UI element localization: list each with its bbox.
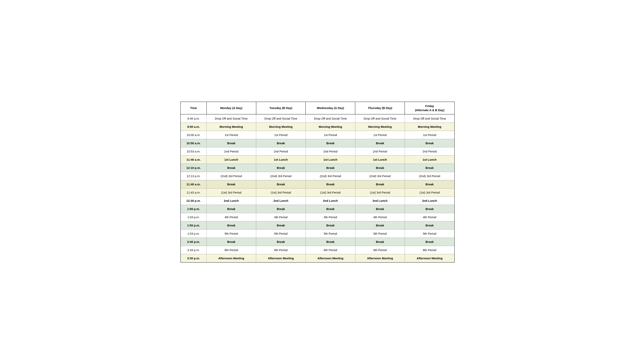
friday-cell: Break — [405, 205, 455, 213]
tuesday-cell: Morning Meeting — [256, 122, 306, 131]
time-cell: 2:40 p.m. — [180, 238, 206, 246]
friday-cell: 5th Period — [405, 229, 455, 238]
tuesday-cell: 2nd Period — [256, 147, 306, 156]
tuesday-cell: Break — [256, 139, 306, 147]
time-cell: 2:43 p.m. — [180, 246, 206, 254]
thursday-cell: 5th Period — [355, 229, 405, 238]
thursday-cell: Break — [355, 164, 405, 172]
table-row: 10:53 a.m.2nd Period2nd Period2nd Period… — [180, 147, 455, 156]
friday-cell: 6th Period — [405, 246, 455, 254]
tuesday-cell: Break — [256, 238, 306, 246]
tuesday-cell: 4th Period — [256, 213, 306, 221]
thursday-cell: Afternoon Meeting — [355, 254, 405, 262]
table-row: 10:00 a.m.1st Period1st Period1st Period… — [180, 131, 455, 139]
monday-cell: Break — [206, 139, 256, 147]
tuesday-cell: 1st Lunch — [256, 156, 306, 164]
time-cell: 10:50 a.m. — [180, 139, 206, 147]
table-row: 12:13 p.m.(2nd) 3rd Period(2nd) 3rd Peri… — [180, 172, 455, 180]
wednesday-cell: 4th Period — [306, 213, 355, 221]
friday-cell: Break — [405, 164, 455, 172]
table-row: 10:50 a.m.BreakBreakBreakBreakBreak — [180, 139, 455, 147]
monday-cell: 4th Period — [206, 213, 256, 221]
header-friday: Friday(Alternate A & B Day) — [405, 102, 455, 114]
friday-cell: 1st Period — [405, 131, 455, 139]
table-row: 1:03 p.m.4th Period4th Period4th Period4… — [180, 213, 455, 221]
wednesday-cell: Break — [306, 205, 355, 213]
thursday-cell: (2nd) 3rd Period — [355, 172, 405, 180]
header-wednesday: Wednesday (A Day) — [306, 102, 355, 114]
friday-cell: Morning Meeting — [405, 122, 455, 131]
schedule-table-container: Time Monday (A Day) Tuesday (B Day) Wedn… — [180, 102, 455, 263]
tuesday-cell: Break — [256, 205, 306, 213]
table-row: 1:53 p.m.5th Period5th Period5th Period5… — [180, 229, 455, 238]
wednesday-cell: Break — [306, 164, 355, 172]
friday-cell: Break — [405, 221, 455, 229]
wednesday-cell: 1st Period — [306, 131, 355, 139]
time-cell: 12:10 p.m. — [180, 164, 206, 172]
thursday-cell: Break — [355, 180, 405, 188]
table-row: 2:40 p.m.BreakBreakBreakBreakBreak — [180, 238, 455, 246]
thursday-cell: 1st Lunch — [355, 156, 405, 164]
time-cell: 11:43 a.m. — [180, 188, 206, 196]
wednesday-cell: 6th Period — [306, 246, 355, 254]
friday-cell: 2nd Period — [405, 147, 455, 156]
wednesday-cell: Break — [306, 180, 355, 188]
tuesday-cell: Afternoon Meeting — [256, 254, 306, 262]
tuesday-cell: 6th Period — [256, 246, 306, 254]
friday-cell: (2nd) 3rd Period — [405, 172, 455, 180]
thursday-cell: Break — [355, 139, 405, 147]
tuesday-cell: Break — [256, 221, 306, 229]
monday-cell: Morning Meeting — [206, 122, 256, 131]
table-row: 12:30 p.m.2nd Lunch2nd Lunch2nd Lunch2nd… — [180, 196, 455, 205]
time-cell: 3:30 p.m. — [180, 254, 206, 262]
wednesday-cell: 5th Period — [306, 229, 355, 238]
thursday-cell: (1st) 3rd Period — [355, 188, 405, 196]
header-monday: Monday (A Day) — [206, 102, 256, 114]
thursday-cell: Drop Off and Social Time — [355, 114, 405, 123]
header-tuesday: Tuesday (B Day) — [256, 102, 306, 114]
time-cell: 11:40 a.m. — [180, 180, 206, 188]
wednesday-cell: 1st Lunch — [306, 156, 355, 164]
time-cell: 12:13 p.m. — [180, 172, 206, 180]
tuesday-cell: (1st) 3rd Period — [256, 188, 306, 196]
monday-cell: Break — [206, 205, 256, 213]
wednesday-cell: (1st) 3rd Period — [306, 188, 355, 196]
tuesday-cell: Break — [256, 164, 306, 172]
header-thursday: Thursday (B Day) — [355, 102, 405, 114]
time-cell: 10:53 a.m. — [180, 147, 206, 156]
friday-cell: 2nd Lunch — [405, 196, 455, 205]
wednesday-cell: Afternoon Meeting — [306, 254, 355, 262]
tuesday-cell: Drop Off and Social Time — [256, 114, 306, 123]
thursday-cell: Break — [355, 238, 405, 246]
thursday-cell: 2nd Lunch — [355, 196, 405, 205]
tuesday-cell: Break — [256, 180, 306, 188]
wednesday-cell: (2nd) 3rd Period — [306, 172, 355, 180]
friday-cell: Afternoon Meeting — [405, 254, 455, 262]
friday-cell: Break — [405, 180, 455, 188]
wednesday-cell: Break — [306, 139, 355, 147]
time-cell: 10:00 a.m. — [180, 131, 206, 139]
time-cell: 1:00 p.m. — [180, 205, 206, 213]
monday-cell: 5th Period — [206, 229, 256, 238]
monday-cell: Drop Off and Social Time — [206, 114, 256, 123]
wednesday-cell: 2nd Lunch — [306, 196, 355, 205]
table-row: 11:43 a.m.(1st) 3rd Period(1st) 3rd Peri… — [180, 188, 455, 196]
monday-cell: Break — [206, 164, 256, 172]
thursday-cell: 6th Period — [355, 246, 405, 254]
table-row: 9:50 a.m.Morning MeetingMorning MeetingM… — [180, 122, 455, 131]
thursday-cell: Break — [355, 205, 405, 213]
friday-cell: 4th Period — [405, 213, 455, 221]
table-row: 3:30 p.m.Afternoon MeetingAfternoon Meet… — [180, 254, 455, 262]
time-cell: 12:30 p.m. — [180, 196, 206, 205]
thursday-cell: Morning Meeting — [355, 122, 405, 131]
thursday-cell: 4th Period — [355, 213, 405, 221]
friday-cell: Break — [405, 238, 455, 246]
monday-cell: 2nd Lunch — [206, 196, 256, 205]
time-cell: 1:50 p.m. — [180, 221, 206, 229]
wednesday-cell: Drop Off and Social Time — [306, 114, 355, 123]
friday-cell: 1st Lunch — [405, 156, 455, 164]
monday-cell: Break — [206, 238, 256, 246]
tuesday-cell: 5th Period — [256, 229, 306, 238]
tuesday-cell: 2nd Lunch — [256, 196, 306, 205]
thursday-cell: 2nd Period — [355, 147, 405, 156]
